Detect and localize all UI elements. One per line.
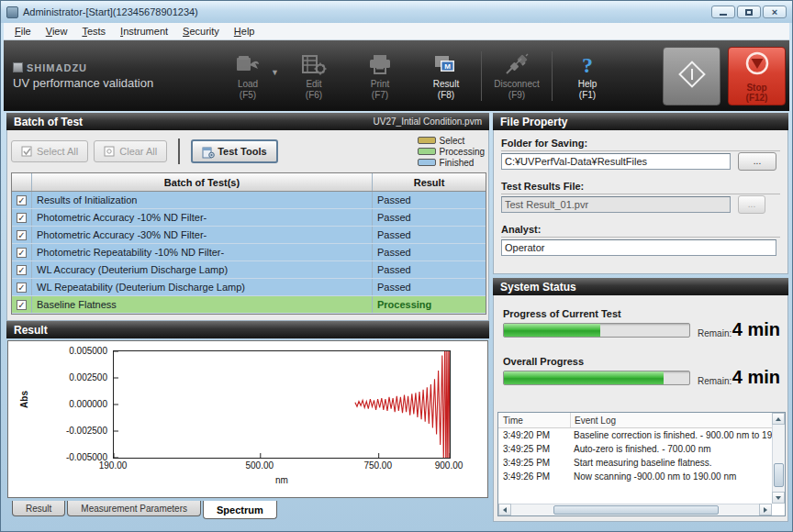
print-icon: [366, 51, 394, 79]
event-log-header: Time Event Log: [498, 413, 785, 428]
status-legend: SelectProcessingFinished: [418, 136, 485, 168]
x-tick-label: 750.00: [351, 460, 406, 471]
event-time: 3:49:26 PM: [498, 471, 570, 482]
toolbar-button-label: Result(F8): [433, 79, 459, 101]
event-time: 3:49:20 PM: [498, 430, 570, 440]
results-file-browse-button[interactable]: ...: [738, 195, 765, 214]
plot-area: [113, 350, 451, 459]
menu-item-tests[interactable]: Tests: [74, 24, 113, 39]
vscroll-thumb[interactable]: [774, 463, 784, 487]
event-text: Now scanning -900.00 nm to 190.00 nm: [570, 471, 785, 482]
toolbar-button-edit[interactable]: Edit(F6): [281, 44, 347, 108]
y-tick-label: 0.002500: [47, 372, 107, 382]
batch-checkbox[interactable]: ✓: [17, 300, 27, 310]
maximize-button[interactable]: [737, 6, 761, 18]
batch-row[interactable]: ✓Baseline FlatnessProcessing: [12, 296, 486, 314]
batch-checkbox[interactable]: ✓: [17, 195, 27, 205]
batch-row[interactable]: ✓Photometric Repeatability -10% ND Filte…: [12, 244, 486, 261]
close-button[interactable]: ×: [763, 6, 787, 18]
batch-test-name: WL Accuracy (Deuterium Discharge Lamp): [32, 261, 373, 278]
folder-input[interactable]: [501, 153, 731, 170]
menu-item-security[interactable]: Security: [175, 24, 227, 39]
menu-item-instrument[interactable]: Instrument: [113, 24, 175, 39]
scroll-up-button[interactable]: [772, 413, 785, 425]
toolbar-button-load[interactable]: ▼Load(F5): [215, 44, 281, 108]
batch-row[interactable]: ✓Photometric Accuracy -30% ND Filter-Pas…: [12, 227, 486, 244]
file-property-header: File Property: [493, 113, 788, 130]
event-log-vscrollbar[interactable]: [772, 413, 785, 504]
system-status-title: System Status: [500, 281, 576, 294]
batch-row[interactable]: ✓Results of InitializationPassed: [12, 192, 486, 209]
current-progress-bar: [503, 323, 690, 338]
menu-item-file[interactable]: File: [7, 24, 39, 39]
event-log-col-time: Time: [498, 416, 570, 426]
file-property-title: File Property: [500, 116, 567, 128]
tab-result[interactable]: Result: [12, 501, 65, 516]
batch-panel-body: Select All Clear All Test Tools: [6, 130, 489, 321]
toolbar-button-disconnect[interactable]: Disconnect(F9): [484, 44, 550, 108]
folder-browse-button[interactable]: ...: [738, 152, 776, 171]
legend-swatch: [418, 148, 436, 155]
stop-button[interactable]: Stop(F12): [728, 47, 786, 105]
batch-test-name: Photometric Accuracy -10% ND Filter-: [32, 209, 373, 226]
scroll-left-button[interactable]: [498, 504, 511, 515]
toolbar-button-print[interactable]: Print(F7): [347, 44, 413, 108]
app-name: UV performance validation: [13, 76, 215, 90]
dropdown-arrow-icon[interactable]: ▼: [271, 68, 279, 77]
select-all-button[interactable]: Select All: [11, 140, 88, 162]
overall-progress-bar: [503, 371, 690, 385]
start-icon: [676, 59, 708, 94]
event-log: Time Event Log 3:49:20 PMBaseline correc…: [497, 412, 786, 516]
batch-row[interactable]: ✓Photometric Accuracy -10% ND Filter-Pas…: [12, 209, 486, 227]
batch-checkbox[interactable]: ✓: [17, 213, 27, 223]
result-tabs: ResultMeasurement ParametersSpectrum: [12, 501, 279, 519]
event-log-col-event: Event Log: [570, 413, 785, 427]
result-panel-header: Result: [6, 321, 489, 338]
clear-all-button[interactable]: Clear All: [94, 140, 167, 162]
batch-checkbox[interactable]: ✓: [17, 230, 27, 240]
batch-test-result: Passed: [373, 209, 486, 226]
analyst-input[interactable]: [501, 239, 776, 256]
menu-item-help[interactable]: Help: [227, 24, 262, 39]
batch-checkbox[interactable]: ✓: [17, 283, 27, 293]
toolbar-separator: [552, 51, 553, 101]
batch-row[interactable]: ✓WL Accuracy (Deuterium Discharge Lamp)P…: [12, 261, 486, 279]
event-log-row: 3:49:25 PMAuto-zero is finished. - 700.0…: [498, 442, 785, 456]
disconnect-icon: [503, 51, 531, 79]
tab-spectrum[interactable]: Spectrum: [203, 501, 277, 519]
toolbar-button-label: Edit(F6): [306, 79, 322, 101]
analyst-label: Analyst:: [501, 224, 780, 238]
hscroll-thumb[interactable]: [553, 505, 719, 515]
test-tools-button[interactable]: Test Tools: [191, 139, 277, 163]
legend-processing: Processing: [418, 147, 485, 157]
legend-swatch: [418, 137, 436, 144]
minimize-button[interactable]: [711, 6, 735, 18]
event-log-hscrollbar[interactable]: [498, 504, 772, 515]
toolbar-button-result[interactable]: MResult(F8): [413, 44, 479, 108]
batch-table: Batch of Test(s)Result✓Results of Initia…: [11, 172, 486, 315]
batch-checkbox[interactable]: ✓: [17, 248, 27, 258]
toolbar-separator: [481, 51, 482, 101]
start-button[interactable]: [663, 47, 720, 105]
edit-icon: [300, 51, 328, 79]
scroll-right-button[interactable]: [759, 504, 772, 515]
batch-test-result: Passed: [373, 192, 486, 208]
results-file-input[interactable]: [501, 196, 731, 213]
scroll-down-button[interactable]: [772, 492, 785, 504]
header-test-column: Batch of Test(s): [32, 173, 373, 191]
menu-item-view[interactable]: View: [39, 24, 75, 39]
clear-all-icon: [104, 146, 116, 158]
results-file-label: Test Results File:: [501, 181, 780, 194]
app-icon: [6, 6, 18, 18]
batch-row[interactable]: ✓WL Repeatability (Deuterium Discharge L…: [12, 279, 486, 296]
x-tick-label: 500.00: [232, 460, 287, 471]
content-area: Batch of Test UV27_Intial Condition.pvm …: [1, 111, 792, 531]
batch-checkbox[interactable]: ✓: [17, 265, 27, 275]
tab-measurement-parameters[interactable]: Measurement Parameters: [67, 501, 201, 516]
toolbar-button-help[interactable]: ?Help(F1): [554, 44, 620, 108]
legend-label: Processing: [440, 147, 485, 157]
main-toolbar: SHIMADZU UV performance validation ▼Load…: [4, 40, 789, 111]
batch-test-name: Photometric Repeatability -10% ND Filter…: [32, 244, 373, 260]
brand-name: SHIMADZU: [27, 62, 87, 73]
batch-test-result: Passed: [373, 279, 486, 295]
